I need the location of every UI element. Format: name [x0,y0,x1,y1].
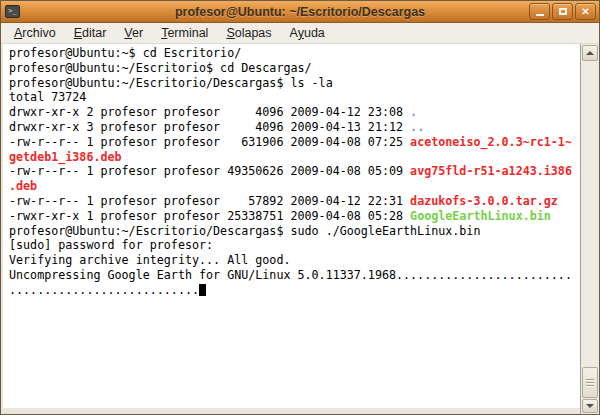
window-title: profesor@Ubuntu: ~/Escritorio/Descargas [1,5,599,19]
filename-red: dazukofs-3.0.0.tar.gz [410,194,558,208]
filename-blue: .. [410,120,424,134]
filename-red: getdeb1_i386.deb [9,150,122,164]
maximize-button[interactable] [552,3,573,20]
arrow-up-icon [586,51,594,55]
menu-item-archivo[interactable]: Archivo [5,24,65,42]
terminal-line: drwxr-xr-x 3 profesor profesor 4096 2009… [9,120,580,135]
terminal-line: profesor@Ubuntu:~$ cd Escritorio/ [9,46,580,61]
grip-icon [586,382,594,383]
terminal-line: total 73724 [9,90,580,105]
menu-item-ayuda[interactable]: Ayuda [281,24,334,42]
terminal-line: -rw-r--r-- 1 profesor profesor 49350626 … [9,164,580,179]
menu-item-solapas[interactable]: Solapas [217,24,280,42]
terminal-line: drwxr-xr-x 2 profesor profesor 4096 2009… [9,105,580,120]
terminal-line: -rw-r--r-- 1 profesor profesor 57892 200… [9,194,580,209]
terminal-app-icon[interactable]: >_ [5,5,20,18]
terminal-screen[interactable]: profesor@Ubuntu:~$ cd Escritorio/profeso… [3,44,580,408]
minimize-icon [536,14,544,16]
filename-green: GoogleEarthLinux.bin [410,209,551,223]
close-button[interactable]: ✕ [575,3,596,20]
menu-item-ver[interactable]: Ver [115,24,152,42]
terminal-line: Uncompressing Google Earth for GNU/Linux… [9,268,580,283]
grip-icon [586,379,594,380]
scrollbar[interactable] [580,44,599,414]
terminal-line: [sudo] password for profesor: [9,238,580,253]
menu-item-editar[interactable]: Editar [65,24,116,42]
window-controls: ✕ [529,3,596,20]
terminal-line: -rw-r--r-- 1 profesor profesor 631906 20… [9,135,580,150]
maximize-icon [559,8,567,15]
close-icon: ✕ [581,7,589,17]
terminal-window: >_ profesor@Ubuntu: ~/Escritorio/Descarg… [0,0,600,415]
terminal-frame: profesor@Ubuntu:~$ cd Escritorio/profeso… [1,44,599,414]
terminal-line: profesor@Ubuntu:~/Escritorio$ cd Descarg… [9,61,580,76]
terminal-line: profesor@Ubuntu:~/Escritorio/Descargas$ … [9,224,580,239]
terminal-line: -rwxr-xr-x 1 profesor profesor 25338751 … [9,209,580,224]
terminal-line: profesor@Ubuntu:~/Escritorio/Descargas$ … [9,76,580,91]
filename-red: .deb [9,179,37,193]
terminal-line: .deb [9,179,580,194]
filename-red: acetoneiso_2.0.3~rc1-1~ [410,135,572,149]
grip-icon [586,385,594,386]
terminal-cursor [199,284,206,296]
arrow-down-icon [586,404,594,408]
scrollbar-thumb[interactable] [582,367,598,398]
filename-red: avg75fld-r51-a1243.i386 [410,164,572,178]
minimize-button[interactable] [529,3,550,20]
scroll-up-button[interactable] [582,45,598,61]
terminal-line: Verifying archive integrity... All good. [9,253,580,268]
menu-item-terminal[interactable]: Terminal [152,24,217,42]
scroll-down-button[interactable] [582,399,598,413]
terminal-line: getdeb1_i386.deb [9,150,580,165]
terminal-line: ........................... [9,283,580,298]
filename-blue: . [410,105,417,119]
menubar: ArchivoEditarVerTerminalSolapasAyuda [1,23,599,44]
titlebar[interactable]: >_ profesor@Ubuntu: ~/Escritorio/Descarg… [1,1,599,23]
